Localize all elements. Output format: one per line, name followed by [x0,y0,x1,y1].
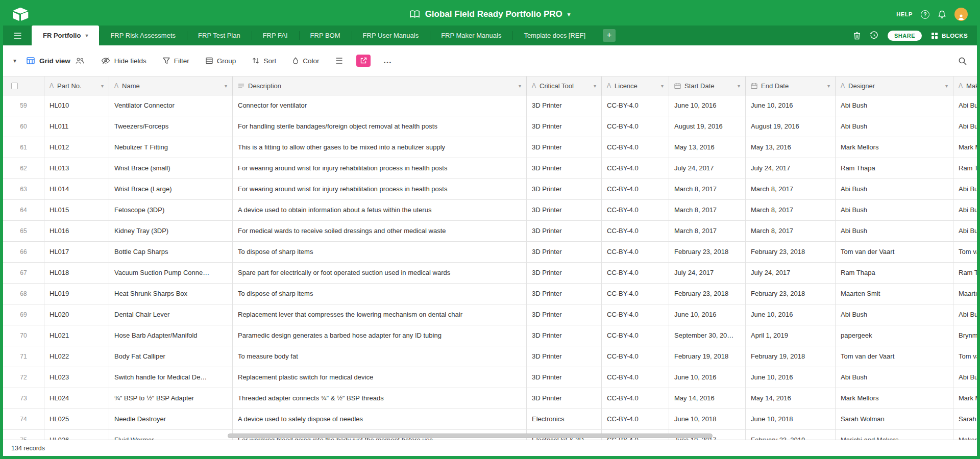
cell-start-date[interactable]: February 19, 2018 [669,346,746,367]
cell-critical-tool[interactable]: 3D Printer [527,346,602,367]
cell-start-date[interactable]: June 10, 2016 [669,95,746,116]
view-switcher[interactable]: Grid view [27,57,85,65]
cell-start-date[interactable]: May 14, 2016 [669,388,746,409]
column-menu-chevron-icon[interactable]: ▾ [824,83,830,89]
cell-maker[interactable]: Abi Bush [953,95,977,116]
tab-frp-maker-manuals[interactable]: FRP Maker Manuals [430,26,512,45]
column-header-licence[interactable]: ALicence▾ [602,76,669,95]
cell-critical-tool[interactable]: 3D Printer [527,116,602,137]
cell-name[interactable]: Vacuum Suction Pump Conne… [109,263,233,284]
cell-part-no[interactable]: HL019 [44,284,109,304]
cell-start-date[interactable]: June 10, 2016 [669,367,746,388]
cell-part-no[interactable]: HL023 [44,367,109,388]
notifications-bell-icon[interactable] [938,10,946,19]
cell-maker[interactable]: Abi Bush [953,200,977,221]
cell-end-date[interactable]: August 19, 2016 [746,116,836,137]
cell-end-date[interactable]: February 23, 2018 [746,242,836,263]
cell-part-no[interactable]: HL026 [44,430,109,440]
cell-description[interactable]: For wearing around wrist for injury reha… [233,158,527,179]
cell-description[interactable]: Connector for ventilator [233,95,527,116]
cell-licence[interactable]: CC-BY-4.0 [602,388,669,409]
column-menu-chevron-icon[interactable]: ▾ [98,83,104,89]
cell-part-no[interactable]: HL010 [44,95,109,116]
cell-name[interactable]: Fluid Warmer [109,430,233,440]
column-header-description[interactable]: Description▾ [233,76,527,95]
cell-description[interactable]: Paramedic design generates a barbed hose… [233,325,527,346]
cell-part-no[interactable]: HL013 [44,158,109,179]
cell-designer[interactable]: Mark Mellors [836,388,953,409]
cell-maker[interactable]: Ram Thapa [953,158,977,179]
cell-description[interactable]: A device used to safely dispose of needl… [233,409,527,430]
cell-end-date[interactable]: April 1, 2019 [746,325,836,346]
cell-critical-tool[interactable]: 3D Printer [527,95,602,116]
cell-licence[interactable]: CC-BY-4.0 [602,242,669,263]
cell-description[interactable]: Threaded adapter connects ¾″ & ½″ BSP th… [233,388,527,409]
cell-name[interactable]: Nebulizer T Fitting [109,137,233,158]
column-menu-chevron-icon[interactable]: ▾ [942,83,948,89]
user-avatar[interactable] [954,8,968,21]
cell-name[interactable]: Body Fat Calliper [109,346,233,367]
cell-name[interactable]: Tweezers/Forceps [109,116,233,137]
color-button[interactable]: Color [292,57,319,65]
cell-name[interactable]: Dental Chair Lever [109,304,233,325]
cell-critical-tool[interactable]: 3D Printer [527,367,602,388]
cell-part-no[interactable]: HL012 [44,137,109,158]
tab-frp-fai[interactable]: FRP FAI [252,26,299,45]
cell-description[interactable]: For wearing around wrist for injury reha… [233,179,527,200]
cell-designer[interactable]: Abi Bush [836,221,953,242]
cell-critical-tool[interactable]: Electronics [527,409,602,430]
cell-designer[interactable]: papergeek [836,325,953,346]
cell-start-date[interactable]: July 24, 2017 [669,263,746,284]
cell-maker[interactable]: Tom van der Vaart [953,346,977,367]
cell-start-date[interactable]: February 23, 2018 [669,284,746,304]
search-button[interactable] [958,57,967,65]
trash-icon[interactable] [853,32,861,40]
cell-licence[interactable]: CC-BY-4.0 [602,179,669,200]
cell-end-date[interactable]: February 23, 2019 [746,430,836,440]
cell-end-date[interactable]: March 8, 2017 [746,179,836,200]
cell-description[interactable]: To dispose of sharp items [233,284,527,304]
column-menu-chevron-icon[interactable]: ▾ [516,83,521,89]
cell-part-no[interactable]: HL015 [44,200,109,221]
cell-description[interactable]: Replacement lever that compresses the lo… [233,304,527,325]
blocks-button[interactable]: BLOCKS [931,32,968,39]
cell-start-date[interactable]: June 10, 2018 [669,409,746,430]
history-icon[interactable] [870,31,878,40]
cell-designer[interactable]: Marichi and Makers [836,430,953,440]
cell-start-date[interactable]: February 23, 2018 [669,242,746,263]
column-menu-chevron-icon[interactable]: ▾ [591,83,596,89]
select-all-checkbox[interactable] [11,83,18,89]
cell-licence[interactable]: CC-BY-4.0 [602,137,669,158]
cell-start-date[interactable]: June 10, 2016 [669,304,746,325]
cell-maker[interactable]: Mark Mellors [953,137,977,158]
column-header-end-date[interactable]: End Date▾ [746,76,836,95]
cell-start-date[interactable]: September 30, 20… [669,325,746,346]
horizontal-scrollbar-thumb[interactable] [228,434,713,438]
cell-part-no[interactable]: HL021 [44,325,109,346]
cell-description[interactable]: To dispose of sharp items [233,242,527,263]
menu-icon[interactable] [3,26,32,45]
cell-maker[interactable]: Brynmor [953,325,977,346]
cell-name[interactable]: ¾″ BSP to ½″ BSP Adapter [109,388,233,409]
cell-description[interactable]: This is a fitting to allow other gases t… [233,137,527,158]
cell-end-date[interactable]: May 14, 2016 [746,388,836,409]
tab-frp-risk-assessmets[interactable]: FRP Risk Assessmets [99,26,187,45]
cell-name[interactable]: Fetoscope (3DP) [109,200,233,221]
cell-end-date[interactable]: July 24, 2017 [746,158,836,179]
cell-critical-tool[interactable]: 3D Printer [527,263,602,284]
cell-maker[interactable]: Ram Thapa [953,263,977,284]
cell-licence[interactable]: CC-BY-4.0 [602,116,669,137]
cell-part-no[interactable]: HL022 [44,346,109,367]
cell-critical-tool[interactable]: 3D Printer [527,179,602,200]
cell-end-date[interactable]: June 10, 2016 [746,304,836,325]
cell-critical-tool[interactable]: 3D Printer [527,137,602,158]
cell-name[interactable]: Heat Shrunk Sharps Box [109,284,233,304]
cell-end-date[interactable]: May 13, 2016 [746,137,836,158]
cell-start-date[interactable]: July 24, 2017 [669,158,746,179]
tab-frp-test-plan[interactable]: FRP Test Plan [187,26,252,45]
cell-description[interactable]: A device used to obtain information abou… [233,200,527,221]
column-menu-chevron-icon[interactable]: ▾ [658,83,664,89]
tab-template-docs-ref[interactable]: Template docs [REF] [512,26,597,45]
airtable-logo[interactable] [12,7,29,21]
cell-maker[interactable]: Sarah Wolman [953,409,977,430]
